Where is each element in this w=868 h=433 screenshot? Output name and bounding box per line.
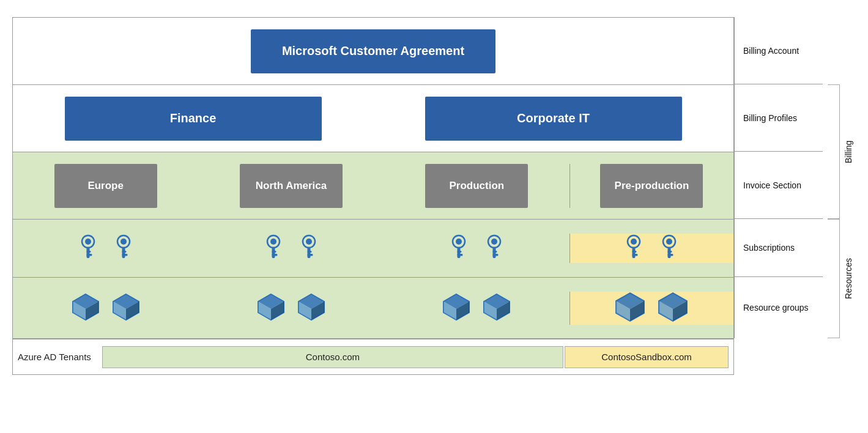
resources-europe [13, 293, 198, 324]
finance-zone: Finance [13, 97, 373, 141]
row-resource-groups [13, 278, 733, 339]
svg-rect-18 [307, 254, 313, 256]
subscriptions-label: Subscriptions [734, 219, 823, 277]
svg-rect-9 [122, 251, 126, 253]
svg-point-16 [306, 239, 312, 245]
svg-rect-3 [86, 254, 92, 256]
resources-bracket [828, 219, 840, 338]
box-icon-6 [483, 293, 511, 324]
box-icon-7 [615, 292, 645, 325]
europe-invoice-zone: Europe [13, 164, 198, 208]
diagram-wrapper: Microsoft Customer Agreement Finance Cor… [0, 0, 868, 433]
box-icon-3 [257, 293, 285, 324]
key-icon-1 [76, 234, 100, 263]
row-subscriptions [13, 220, 733, 278]
corporate-it-box: Corporate IT [425, 97, 682, 141]
key-icon-5 [447, 234, 470, 263]
svg-rect-14 [272, 251, 276, 253]
key-icon-4 [297, 234, 321, 263]
resource-groups-label: Resource groups [734, 277, 823, 338]
key-icon-3 [262, 234, 285, 263]
box-icon-2 [112, 293, 140, 324]
north-america-invoice-zone: North America [198, 164, 384, 208]
key-icon-6 [483, 234, 506, 263]
svg-rect-19 [307, 251, 311, 253]
box-icon-4 [297, 293, 325, 324]
row-invoice-sections: Europe North America Production Pre-prod… [13, 152, 733, 220]
svg-rect-23 [458, 254, 463, 256]
box-icon-5 [442, 293, 470, 324]
svg-rect-8 [122, 254, 127, 256]
north-america-box: North America [240, 164, 343, 208]
key-icon-8 [658, 234, 681, 263]
subscriptions-prod [384, 234, 569, 263]
subscriptions-na [198, 234, 384, 263]
pre-production-box: Pre-production [600, 164, 703, 208]
svg-point-1 [85, 239, 91, 245]
tenants-label: Azure AD Tenants [18, 352, 91, 362]
svg-rect-33 [632, 254, 638, 256]
svg-rect-4 [86, 251, 91, 253]
invoice-section-label: Invoice Section [734, 152, 823, 219]
row-tenants: Azure AD Tenants Contoso.com ContosoSand… [13, 339, 733, 374]
billing-bracket-label: Billing [844, 84, 853, 219]
svg-point-11 [270, 239, 276, 245]
svg-rect-29 [493, 251, 497, 253]
box-icon-8 [658, 292, 688, 325]
resources-prod [384, 293, 569, 324]
billing-profiles-label: Billing Profiles [734, 84, 823, 152]
finance-box: Finance [65, 97, 322, 141]
svg-rect-24 [458, 251, 462, 253]
mca-box: Microsoft Customer Agreement [251, 29, 495, 73]
labels-area: Billing Account Billing Profiles Invoice… [734, 17, 823, 375]
billing-bracket [828, 84, 840, 219]
svg-rect-28 [493, 254, 499, 256]
svg-point-6 [121, 239, 127, 245]
key-icon-2 [112, 234, 135, 263]
production-box: Production [425, 164, 528, 208]
row-billing-profiles: Finance Corporate IT [13, 85, 733, 152]
contoso-tenant-box: Contoso.com [102, 346, 563, 368]
resources-preprod [569, 292, 733, 325]
svg-point-31 [631, 239, 637, 245]
pre-production-invoice-zone: Pre-production [569, 164, 733, 208]
box-icon-1 [72, 293, 100, 324]
svg-rect-38 [668, 254, 673, 256]
svg-rect-39 [668, 251, 672, 253]
production-invoice-zone: Production [384, 164, 569, 208]
resources-bracket-label: Resources [844, 219, 853, 338]
europe-box: Europe [54, 164, 157, 208]
row-billing-account: Microsoft Customer Agreement [13, 18, 733, 85]
content-area: Microsoft Customer Agreement Finance Cor… [12, 17, 734, 375]
corporate-it-zone: Corporate IT [373, 97, 733, 141]
svg-point-36 [666, 239, 672, 245]
svg-point-26 [491, 239, 497, 245]
contoso-sandbox-tenant-box: ContosoSandbox.com [565, 346, 729, 368]
svg-rect-34 [632, 251, 637, 253]
resources-na [198, 293, 384, 324]
key-icon-7 [622, 234, 645, 263]
svg-point-21 [456, 239, 462, 245]
brackets-area: Billing Resources [823, 17, 856, 375]
subscriptions-preprod [569, 234, 733, 263]
billing-account-label: Billing Account [734, 17, 823, 84]
subscriptions-europe [13, 234, 198, 263]
svg-rect-13 [272, 254, 277, 256]
outer-wrapper: Microsoft Customer Agreement Finance Cor… [12, 17, 856, 375]
